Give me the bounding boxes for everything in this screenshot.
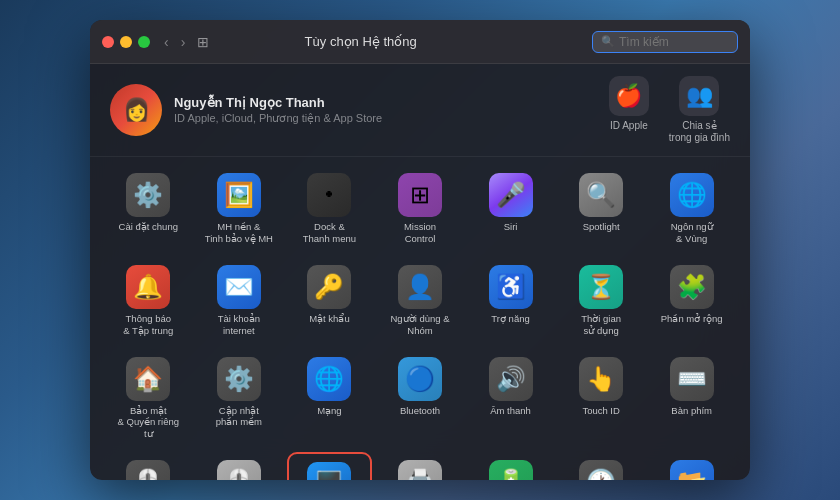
thoi-gian-label: Thời giansử dụng <box>581 313 621 337</box>
grid-item-pin[interactable]: 🔋Pin <box>468 452 553 480</box>
grid-item-nguoi-dung[interactable]: 👤Người dùng &Nhóm <box>378 257 463 343</box>
phan-mo-rong-icon: 🧩 <box>670 265 714 309</box>
grid-item-thong-bao[interactable]: 🔔Thông báo& Tập trung <box>106 257 191 343</box>
grid-item-mang[interactable]: 🌐Mạng <box>287 349 372 447</box>
dock-label: Dock &Thanh menu <box>303 221 356 245</box>
grid-area: ⚙️Cài đặt chung🖼️MH nền &Tinh bảo vệ MH🞄… <box>90 157 750 480</box>
mission-control-icon: ⊞ <box>398 173 442 217</box>
grid-item-thoi-gian[interactable]: ⏳Thời giansử dụng <box>559 257 644 343</box>
chuot-icon: 🖱️ <box>217 460 261 480</box>
grid-item-am-thanh[interactable]: 🔊Âm thanh <box>468 349 553 447</box>
bluetooth-label: Bluetooth <box>400 405 440 417</box>
grid-item-mission-control[interactable]: ⊞MissionControl <box>378 165 463 251</box>
family-share-button[interactable]: 👥 Chia sẻtrong gia đình <box>669 76 730 144</box>
grid-item-man-hinh[interactable]: 🖥️Màn hình <box>287 452 372 480</box>
bluetooth-icon: 🔵 <box>398 357 442 401</box>
mission-control-label: MissionControl <box>404 221 436 245</box>
family-share-icon: 👥 <box>679 76 719 116</box>
man-hinh-icon: 🖥️ <box>307 462 351 480</box>
tai-khoan-label: Tài khoảninternet <box>218 313 260 337</box>
grid-item-chuot[interactable]: 🖱️Chuột <box>197 452 282 480</box>
bao-mat-label: Bảo mật& Quyền riêng tư <box>113 405 183 441</box>
search-input[interactable] <box>619 35 729 49</box>
grid-item-siri[interactable]: 🎤Siri <box>468 165 553 251</box>
cap-nhat-icon: ⚙️ <box>217 357 261 401</box>
mang-label: Mạng <box>317 405 341 417</box>
ban-di-chuot-icon: 🖱️ <box>126 460 170 480</box>
grid-item-may-in[interactable]: 🖨️Máy in &Máy quét <box>378 452 463 480</box>
preferences-grid: ⚙️Cài đặt chung🖼️MH nền &Tinh bảo vệ MH🞄… <box>106 165 734 480</box>
man-hinh-nen-label: MH nền &Tinh bảo vệ MH <box>205 221 273 245</box>
profile-subtitle: ID Apple, iCloud, Phương tiện & App Stor… <box>174 112 609 125</box>
grid-item-cai-dat-chung[interactable]: ⚙️Cài đặt chung <box>106 165 191 251</box>
grid-item-tro-nang[interactable]: ♿Trợ năng <box>468 257 553 343</box>
avatar: 👩 <box>110 84 162 136</box>
grid-item-chia-se[interactable]: 📂Chia sẻ <box>649 452 734 480</box>
grid-item-cap-nhat[interactable]: ⚙️Cập nhậtphần mềm <box>197 349 282 447</box>
am-thanh-label: Âm thanh <box>490 405 531 417</box>
profile-actions: 🍎 ID Apple 👥 Chia sẻtrong gia đình <box>609 76 730 144</box>
tro-nang-label: Trợ năng <box>491 313 529 325</box>
grid-item-dock[interactable]: 🞄Dock &Thanh menu <box>287 165 372 251</box>
man-hinh-nen-icon: 🖼️ <box>217 173 261 217</box>
profile-info: Nguyễn Thị Ngọc Thanh ID Apple, iCloud, … <box>174 95 609 125</box>
nguoi-dung-icon: 👤 <box>398 265 442 309</box>
tai-khoan-icon: ✉️ <box>217 265 261 309</box>
system-preferences-window: ‹ › ⊞ Tùy chọn Hệ thống 🔍 👩 Nguyễn Thị N… <box>90 20 750 480</box>
touch-id-icon: 👆 <box>579 357 623 401</box>
chia-se-icon: 📂 <box>670 460 714 480</box>
mat-khau-label: Mật khẩu <box>309 313 350 325</box>
may-in-icon: 🖨️ <box>398 460 442 480</box>
mat-khau-icon: 🔑 <box>307 265 351 309</box>
grid-item-ban-di-chuot[interactable]: 🖱️Bàn di chuột <box>106 452 191 480</box>
grid-item-touch-id[interactable]: 👆Touch ID <box>559 349 644 447</box>
search-box[interactable]: 🔍 <box>592 31 738 53</box>
close-button[interactable] <box>102 36 114 48</box>
siri-label: Siri <box>504 221 518 233</box>
ngay-gio-icon: 🕐 <box>579 460 623 480</box>
dock-icon: 🞄 <box>307 173 351 217</box>
ban-phim-icon: ⌨️ <box>670 357 714 401</box>
spotlight-icon: 🔍 <box>579 173 623 217</box>
grid-item-ngay-gio[interactable]: 🕐Ngày & Giờ <box>559 452 644 480</box>
ban-phim-label: Bàn phím <box>671 405 712 417</box>
thong-bao-icon: 🔔 <box>126 265 170 309</box>
touch-id-label: Touch ID <box>582 405 620 417</box>
cai-dat-chung-icon: ⚙️ <box>126 173 170 217</box>
grid-item-phan-mo-rong[interactable]: 🧩Phần mở rộng <box>649 257 734 343</box>
thoi-gian-icon: ⏳ <box>579 265 623 309</box>
grid-item-man-hinh-nen[interactable]: 🖼️MH nền &Tinh bảo vệ MH <box>197 165 282 251</box>
grid-item-tai-khoan[interactable]: ✉️Tài khoảninternet <box>197 257 282 343</box>
grid-item-spotlight[interactable]: 🔍Spotlight <box>559 165 644 251</box>
mang-icon: 🌐 <box>307 357 351 401</box>
pin-icon: 🔋 <box>489 460 533 480</box>
grid-item-mat-khau[interactable]: 🔑Mật khẩu <box>287 257 372 343</box>
thong-bao-label: Thông báo& Tập trung <box>123 313 173 337</box>
grid-item-ngon-ngu[interactable]: 🌐Ngôn ngữ& Vùng <box>649 165 734 251</box>
cap-nhat-label: Cập nhậtphần mềm <box>216 405 262 429</box>
siri-icon: 🎤 <box>489 173 533 217</box>
window-title: Tùy chọn Hệ thống <box>129 34 592 49</box>
nguoi-dung-label: Người dùng &Nhóm <box>390 313 449 337</box>
cai-dat-chung-label: Cài đặt chung <box>119 221 178 233</box>
apple-id-label: ID Apple <box>610 120 648 132</box>
phan-mo-rong-label: Phần mở rộng <box>661 313 723 325</box>
profile-row: 👩 Nguyễn Thị Ngọc Thanh ID Apple, iCloud… <box>90 64 750 157</box>
apple-id-button[interactable]: 🍎 ID Apple <box>609 76 649 144</box>
am-thanh-icon: 🔊 <box>489 357 533 401</box>
spotlight-label: Spotlight <box>583 221 620 233</box>
grid-item-bluetooth[interactable]: 🔵Bluetooth <box>378 349 463 447</box>
apple-id-icon: 🍎 <box>609 76 649 116</box>
grid-item-ban-phim[interactable]: ⌨️Bàn phím <box>649 349 734 447</box>
bao-mat-icon: 🏠 <box>126 357 170 401</box>
family-share-label: Chia sẻtrong gia đình <box>669 120 730 144</box>
ngon-ngu-icon: 🌐 <box>670 173 714 217</box>
profile-name: Nguyễn Thị Ngọc Thanh <box>174 95 609 110</box>
grid-item-bao-mat[interactable]: 🏠Bảo mật& Quyền riêng tư <box>106 349 191 447</box>
tro-nang-icon: ♿ <box>489 265 533 309</box>
titlebar: ‹ › ⊞ Tùy chọn Hệ thống 🔍 <box>90 20 750 64</box>
search-icon: 🔍 <box>601 35 615 48</box>
ngon-ngu-label: Ngôn ngữ& Vùng <box>671 221 713 245</box>
